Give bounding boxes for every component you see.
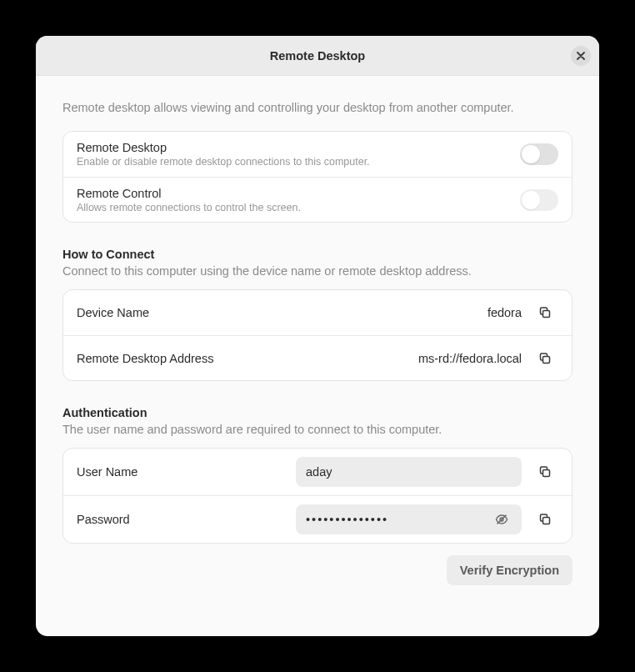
connect-sub: Connect to this computer using the devic… <box>62 264 572 278</box>
password-field-wrap <box>296 504 522 534</box>
auth-title: Authentication <box>62 406 572 419</box>
close-button[interactable] <box>571 46 591 66</box>
remote-desktop-dialog: Remote Desktop Remote desktop allows vie… <box>36 36 599 636</box>
remote-control-label: Remote Control <box>77 187 510 200</box>
device-name-label: Device Name <box>77 306 478 319</box>
address-row: Remote Desktop Address ms-rd://fedora.lo… <box>63 335 572 380</box>
username-row: User Name <box>63 449 572 495</box>
copy-device-name-button[interactable] <box>532 299 558 326</box>
copy-icon <box>538 465 552 479</box>
close-icon <box>577 52 585 60</box>
copy-address-button[interactable] <box>532 345 558 372</box>
verify-row: Verify Encryption <box>62 555 572 585</box>
device-name-row: Device Name fedora <box>63 290 572 335</box>
remote-control-sub: Allows remote connections to control the… <box>77 202 510 213</box>
connect-card: Device Name fedora Remote Desktop Addres… <box>62 289 572 381</box>
device-name-value: fedora <box>488 306 522 319</box>
remote-desktop-label: Remote Desktop <box>77 141 510 154</box>
dialog-title: Remote Desktop <box>270 49 365 63</box>
verify-encryption-button[interactable]: Verify Encryption <box>447 555 572 585</box>
username-field-wrap <box>296 457 522 487</box>
password-input[interactable] <box>306 513 488 526</box>
switch-knob <box>522 145 540 163</box>
toggle-password-visibility-button[interactable] <box>488 506 515 533</box>
eye-off-icon <box>495 513 508 526</box>
copy-icon <box>538 513 552 526</box>
copy-icon <box>538 306 552 319</box>
row-text: Remote Desktop Address <box>77 352 408 365</box>
connect-title: How to Connect <box>62 248 572 261</box>
row-text: Device Name <box>77 306 478 319</box>
svg-rect-5 <box>543 470 550 477</box>
svg-rect-1 <box>543 311 550 318</box>
row-text: Password <box>77 513 286 526</box>
remote-control-switch[interactable] <box>520 189 558 211</box>
auth-sub: The user name and password are required … <box>62 423 572 436</box>
password-label: Password <box>77 513 286 526</box>
remote-desktop-switch[interactable] <box>520 143 558 165</box>
toggles-card: Remote Desktop Enable or disable remote … <box>62 131 572 223</box>
username-label: User Name <box>77 465 286 479</box>
dialog-content: Remote desktop allows viewing and contro… <box>36 76 599 636</box>
address-label: Remote Desktop Address <box>77 352 408 365</box>
row-text: Remote Control Allows remote connections… <box>77 187 510 213</box>
titlebar: Remote Desktop <box>36 36 599 76</box>
row-text: Remote Desktop Enable or disable remote … <box>77 141 510 168</box>
password-row: Password <box>63 495 572 543</box>
address-value: ms-rd://fedora.local <box>418 352 522 365</box>
copy-username-button[interactable] <box>532 459 558 485</box>
switch-knob <box>522 191 540 209</box>
svg-rect-9 <box>543 518 550 524</box>
remote-desktop-row: Remote Desktop Enable or disable remote … <box>63 132 572 177</box>
auth-card: User Name Password <box>62 448 572 544</box>
svg-rect-3 <box>543 356 550 363</box>
remote-desktop-sub: Enable or disable remote desktop connect… <box>77 156 510 168</box>
copy-password-button[interactable] <box>532 506 558 533</box>
row-text: User Name <box>77 465 286 479</box>
username-input[interactable] <box>306 465 515 479</box>
intro-text: Remote desktop allows viewing and contro… <box>62 99 572 116</box>
copy-icon <box>538 352 552 365</box>
remote-control-row: Remote Control Allows remote connections… <box>63 177 572 222</box>
